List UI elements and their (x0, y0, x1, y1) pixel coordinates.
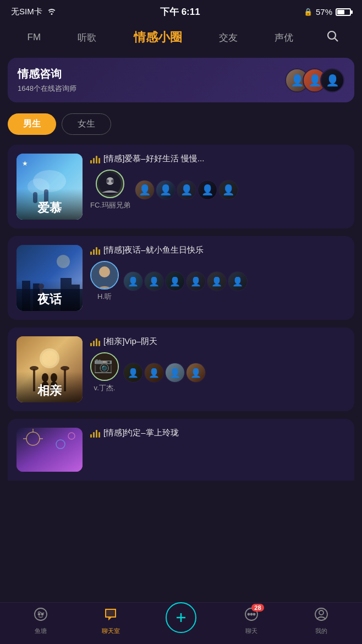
live-wave-icon-yehua (90, 246, 100, 255)
chat-badge-count: 28 (251, 604, 264, 612)
host-name-yehua: H.听 (97, 292, 112, 302)
status-right: 🔒 57% (304, 7, 351, 17)
member-avatar-y3: 👤 (165, 271, 185, 291)
host-name-xiangqin: v.丁杰. (94, 383, 116, 393)
nav-mine[interactable]: 我的 (286, 607, 356, 635)
room-thumb-label-yehua: 夜话 (17, 280, 83, 311)
room-title-row-xiangqin: [相亲]Vip–阴天 (90, 336, 345, 347)
room-thumb-label-aimo: 爱慕 (17, 189, 83, 220)
svg-point-18 (57, 255, 70, 268)
room-thumbnail-xiangqin: 相亲 (17, 336, 83, 402)
host-avatar-yehua (90, 261, 119, 290)
room-title-row-aimo: [情感]爱慕–好好生活 慢慢... (90, 154, 345, 164)
member-avatar-x3: 👤 (165, 363, 185, 383)
room-title-row-yueding: [情感]约定–掌上玲珑 (90, 428, 345, 438)
member-avatar-y1: 👤 (123, 271, 143, 291)
chat-badge-container: 28 (244, 607, 259, 625)
member-avatar-3: 👤 (177, 180, 196, 200)
svg-point-53 (253, 614, 255, 615)
svg-point-28 (30, 366, 39, 370)
nav-social[interactable]: 交友 (215, 28, 242, 47)
svg-rect-37 (17, 428, 83, 472)
signal-text: 无SIM卡 (11, 7, 42, 17)
member-avatar-x1: 👤 (123, 363, 143, 383)
member-avatars-xiangqin: 👤 👤 👤 👤 (123, 363, 206, 383)
room-card-aimo[interactable]: ★ 爱慕 [情感]爱慕–好好生活 慢慢... (8, 145, 354, 228)
nav-yutang[interactable]: 鱼塘 (6, 607, 76, 635)
yutang-label: 鱼塘 (35, 627, 47, 635)
svg-point-44 (35, 608, 47, 620)
thumbnail-art-yueding (17, 428, 83, 472)
consult-avatar-3: 👤 (320, 68, 344, 92)
svg-point-55 (319, 610, 323, 615)
chatroom-label: 聊天室 (102, 627, 120, 635)
svg-text:★: ★ (22, 160, 28, 167)
yutang-icon (34, 607, 48, 625)
room-thumbnail-yehua: 夜话 (17, 245, 83, 311)
status-bar: 无SIM卡 下午 6:11 🔒 57% (0, 0, 362, 21)
lock-icon: 🔒 (304, 8, 312, 16)
main-content: 情感咨询 1648个在线咨询师 👤 👤 👤 男生 女生 (0, 49, 362, 530)
svg-point-51 (248, 614, 249, 615)
svg-point-10 (106, 179, 109, 183)
female-filter-btn[interactable]: 女生 (62, 113, 111, 135)
male-filter-btn[interactable]: 男生 (8, 113, 56, 135)
room-host-row-aimo: FC.玛丽兄弟 👤 👤 👤 👤 👤 (90, 170, 345, 210)
room-card-yueding[interactable]: [情感]约定–掌上玲珑 (8, 419, 354, 481)
mine-icon (314, 607, 328, 625)
member-avatar-5: 👤 (218, 180, 238, 200)
nav-fm[interactable]: FM (23, 29, 46, 46)
chat-icon: 28 (244, 607, 259, 625)
room-title-xiangqin: [相亲]Vip–阴天 (103, 336, 157, 347)
host-name-aimo: FC.玛丽兄弟 (90, 200, 130, 210)
status-left: 无SIM卡 (11, 7, 57, 17)
search-icon[interactable] (326, 29, 339, 46)
bottom-nav: 鱼塘 聊天室 28 (0, 602, 362, 644)
member-avatars-yehua: 👤 👤 👤 👤 👤 👤 (123, 271, 248, 291)
room-title-aimo: [情感]爱慕–好好生活 慢慢... (103, 154, 204, 164)
wifi-icon (47, 7, 57, 17)
svg-point-30 (61, 366, 69, 370)
member-avatar-y6: 👤 (228, 271, 248, 291)
room-title-yehua: [情感]夜话–鱿小鱼生日快乐 (103, 245, 204, 255)
chat-label: 聊天 (245, 627, 257, 635)
member-avatar-y2: 👤 (144, 271, 164, 291)
nav-chat[interactable]: 28 聊天 (216, 607, 287, 635)
room-thumbnail-aimo: ★ 爱慕 (17, 154, 83, 220)
room-thumb-label-xiangqin: 相亲 (17, 372, 83, 402)
consult-banner[interactable]: 情感咨询 1648个在线咨询师 👤 👤 👤 (8, 58, 354, 102)
nav-chatroom[interactable]: 聊天室 (76, 607, 146, 635)
consult-subtitle: 1648个在线咨询师 (18, 84, 76, 94)
room-title-yueding: [情感]约定–掌上玲珑 (103, 428, 179, 438)
battery-percent: 57% (316, 7, 332, 17)
svg-point-46 (41, 614, 43, 615)
svg-point-45 (38, 614, 40, 615)
room-host-row-yehua: H.听 👤 👤 👤 👤 👤 (90, 261, 345, 302)
svg-point-0 (328, 31, 336, 39)
member-avatar-2: 👤 (156, 180, 175, 200)
nav-add-center (146, 610, 216, 633)
member-avatars-aimo: 👤 👤 👤 👤 👤 (135, 180, 238, 200)
chatroom-icon (103, 607, 118, 625)
live-wave-icon-aimo (90, 155, 100, 163)
member-avatar-y5: 👤 (207, 271, 227, 291)
member-avatar-x4: 👤 (186, 363, 206, 383)
mine-label: 我的 (315, 627, 327, 635)
room-card-xiangqin[interactable]: 相亲 [相亲]Vip–阴天 📷 (8, 328, 354, 411)
consult-title: 情感咨询 (18, 67, 76, 81)
svg-rect-47 (106, 609, 116, 617)
member-avatar-x2: 👤 (144, 363, 164, 383)
consult-avatars: 👤 👤 👤 (285, 68, 344, 92)
host-avatar-aimo (96, 170, 124, 198)
room-card-yehua[interactable]: 夜话 [情感]夜话–鱿小鱼生日快乐 (8, 236, 354, 320)
svg-line-1 (335, 39, 338, 42)
top-nav: FM 听歌 情感小圈 交友 声优 (0, 21, 362, 49)
nav-voice[interactable]: 声优 (270, 28, 298, 47)
add-button[interactable] (166, 602, 196, 633)
member-avatar-4: 👤 (198, 180, 217, 200)
live-wave-icon-yueding (90, 429, 100, 438)
nav-emotion[interactable]: 情感小圈 (129, 26, 187, 49)
nav-listen[interactable]: 听歌 (73, 28, 101, 47)
room-title-row-yehua: [情感]夜话–鱿小鱼生日快乐 (90, 245, 345, 255)
battery-icon (336, 8, 351, 16)
